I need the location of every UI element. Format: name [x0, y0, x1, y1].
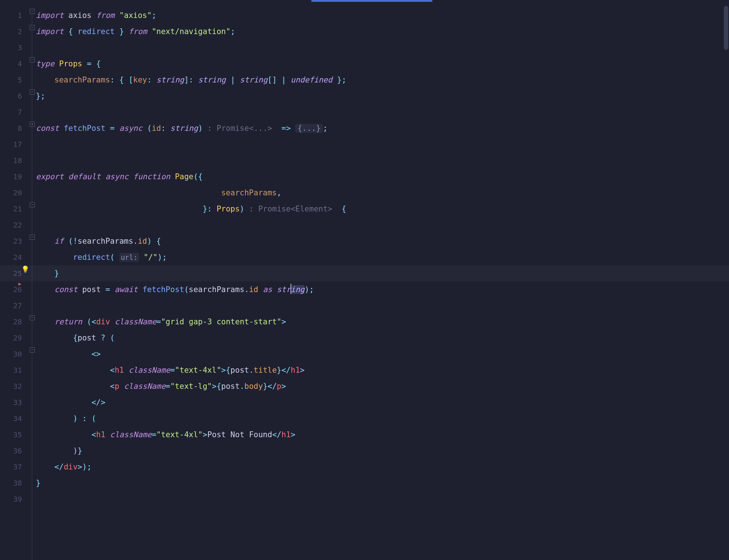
line-number[interactable]: 1 [0, 7, 29, 23]
line-number[interactable]: 39 [0, 491, 29, 507]
breakpoint-icon[interactable]: ▶ [18, 281, 21, 287]
line-number[interactable]: 7 [0, 104, 29, 120]
line-number[interactable]: 23 [0, 233, 29, 249]
line-number[interactable]: 28 [0, 314, 29, 330]
line-number[interactable]: 36 [0, 443, 29, 459]
line-number[interactable]: 27 [0, 298, 29, 314]
line-number[interactable]: 21 [0, 201, 29, 217]
fold-toggle-icon[interactable]: − [30, 25, 35, 30]
line-number[interactable]: 24 [0, 249, 29, 265]
line-number[interactable]: 17 [0, 136, 29, 152]
line-number[interactable]: 30 [0, 346, 29, 362]
fold-toggle-icon[interactable]: − [30, 202, 35, 207]
fold-toggle-icon[interactable]: − [30, 347, 35, 353]
line-number[interactable]: 37 [0, 459, 29, 475]
fold-toggle-icon[interactable]: − [30, 235, 35, 240]
code-area[interactable]: import axios from "axios"; import { redi… [36, 2, 729, 560]
code-editor[interactable]: 1 2 3 4 5 6 7 8 17 18 19 20 21 22 23 24 … [0, 2, 729, 560]
line-number[interactable]: 19 [0, 169, 29, 185]
source-code[interactable]: import axios from "axios"; import { redi… [36, 7, 729, 491]
tab-indicator [311, 0, 432, 2]
line-number[interactable]: 26 [0, 281, 29, 298]
line-number[interactable]: 31 [0, 362, 29, 378]
fold-toggle-icon[interactable]: − [30, 89, 35, 95]
vertical-scrollbar[interactable] [724, 6, 728, 50]
fold-toggle-icon[interactable]: − [30, 315, 35, 320]
folded-code-icon[interactable]: {...} [295, 124, 323, 133]
line-number[interactable]: 3 [0, 40, 29, 56]
line-number[interactable]: 33 [0, 394, 29, 410]
line-number[interactable]: 2 [0, 23, 29, 40]
inlay-hint: url: [119, 253, 139, 262]
fold-toggle-icon[interactable]: − [30, 9, 35, 14]
line-number[interactable]: 22 [0, 217, 29, 233]
intention-bulb-icon[interactable]: 💡 [21, 265, 29, 273]
line-number[interactable]: 32 [0, 378, 29, 394]
fold-gutter[interactable]: − − − − + − − 💡 ▶ − − [29, 2, 36, 560]
line-number[interactable]: 8 [0, 120, 29, 136]
line-number[interactable]: 20 [0, 185, 29, 201]
line-number[interactable]: 5 [0, 72, 29, 88]
line-number[interactable]: 35 [0, 427, 29, 443]
fold-toggle-icon[interactable]: − [30, 57, 35, 62]
line-number[interactable]: 29 [0, 330, 29, 346]
line-number-gutter[interactable]: 1 2 3 4 5 6 7 8 17 18 19 20 21 22 23 24 … [0, 2, 29, 560]
line-number[interactable]: 34 [0, 410, 29, 427]
line-number[interactable]: 6 [0, 88, 29, 104]
fold-toggle-icon[interactable]: + [30, 122, 35, 127]
line-number[interactable]: 4 [0, 56, 29, 72]
line-number[interactable]: 38 [0, 475, 29, 491]
line-number[interactable]: 18 [0, 152, 29, 169]
